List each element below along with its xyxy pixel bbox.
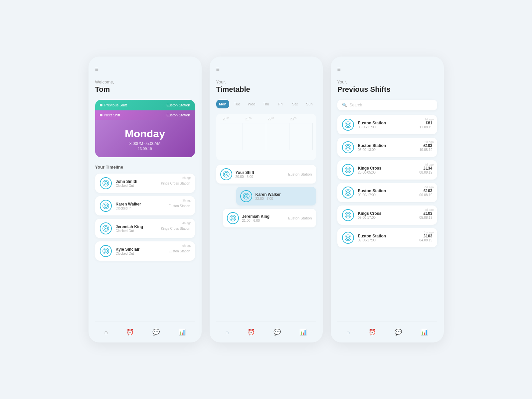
- shift-ago: 1w ago: [424, 231, 434, 234]
- svg-point-5: [105, 205, 106, 206]
- jeremiah-info: Jeremiah King 21:00 - 6:00: [242, 214, 270, 222]
- shift-station: Kings Cross: [358, 211, 416, 216]
- timeline-item: Jeremiah King Clocked Out Kings Cross St…: [95, 219, 195, 238]
- next-shift-label: Next Shift: [104, 113, 120, 117]
- svg-point-17: [246, 196, 247, 197]
- time-label: 2300: [290, 117, 313, 121]
- svg-point-29: [347, 169, 349, 171]
- shift-avatar: [342, 232, 354, 244]
- nav-schedule-icon-2[interactable]: ⏰: [248, 329, 255, 336]
- shift-time-range: 05:00-11:00: [358, 125, 416, 129]
- day-btn-thu[interactable]: Thu: [260, 100, 272, 108]
- nav-chat-icon-2[interactable]: 💬: [273, 329, 281, 336]
- shift-station: Euston Station: [358, 234, 416, 238]
- user-name: Tom: [95, 85, 195, 94]
- shift-pay: £103: [420, 211, 433, 216]
- nav-schedule-icon-3[interactable]: ⏰: [369, 329, 376, 336]
- timeline-location: Kings Cross Station: [161, 182, 190, 185]
- jeremiah-shift-block: Jeremiah King 21:00 - 6:00 Euston Statio…: [223, 209, 316, 227]
- day-btn-sun[interactable]: Sun: [303, 100, 316, 108]
- nav-schedule-icon[interactable]: ⏰: [126, 329, 134, 336]
- your-shift-time: 20:00 - 5:00: [236, 175, 254, 179]
- jeremiah-name: Jeremiah King: [242, 214, 270, 219]
- day-btn-mon[interactable]: Mon: [216, 100, 229, 108]
- nav-home-icon[interactable]: ⌂: [104, 329, 108, 336]
- timeline-status: Clocked Out: [116, 252, 165, 255]
- shift-row: Euston Station 05:00-11:00 £81 11.08.19 …: [337, 115, 437, 134]
- svg-point-8: [105, 228, 106, 229]
- timeline-avatar: [100, 200, 112, 212]
- timeline-info: Jeremiah King Clocked Out: [116, 224, 157, 233]
- shift-row: Euston Station 09:00-17:00 £103 06.08.19…: [337, 183, 437, 202]
- svg-point-38: [347, 237, 349, 238]
- shift-row-info: Euston Station 09:00-17:00: [358, 234, 416, 242]
- your-shift-name: Your Shift: [236, 170, 254, 175]
- menu-icon-3[interactable]: ≡: [337, 66, 437, 73]
- svg-point-2: [105, 183, 106, 184]
- timeline-person-name: Karen Walker: [116, 202, 165, 206]
- shift-row-info: Euston Station 05:00-13:00: [358, 143, 416, 152]
- prev-shifts-list: Euston Station 05:00-11:00 £81 11.08.19 …: [337, 115, 437, 247]
- next-shift-row: Next Shift Euston Station: [95, 110, 195, 120]
- menu-icon-2[interactable]: ≡: [216, 66, 316, 73]
- shift-row: Euston Station 05:00-13:00 £103 10.08.19…: [337, 138, 437, 157]
- timeline-item: John Smith Clocked Out Kings Cross Stati…: [95, 174, 195, 193]
- timeline-avatar: [100, 222, 112, 234]
- nav-home-icon-3[interactable]: ⌂: [346, 329, 350, 336]
- shift-time-range: 09:00-17:00: [358, 238, 416, 242]
- nav-stats-icon[interactable]: 📊: [178, 329, 186, 336]
- shift-row-info: Kings Cross 20:00-05:00: [358, 166, 416, 174]
- your-shift-info: Your Shift 20:00 - 5:00: [236, 170, 254, 179]
- shift-date: 08.08.19: [420, 171, 433, 174]
- shift-avatar: [342, 209, 354, 221]
- shift-row-right: £103 10.08.19: [420, 143, 433, 152]
- timetable-grid: 2000210022002300: [216, 114, 316, 160]
- search-bar[interactable]: 🔍 Search: [337, 100, 437, 110]
- shift-date: 04.08.19: [420, 238, 433, 242]
- shift-ago: 6d ago: [425, 186, 434, 189]
- shift-date: 13.09.19: [100, 147, 190, 151]
- shift-row-right: £103 06.08.19: [420, 189, 433, 197]
- shift-pay: £103: [420, 189, 433, 193]
- shift-time-range: 09:00-17:00: [358, 216, 416, 219]
- nav-chat-icon-3[interactable]: 💬: [395, 329, 402, 336]
- your-shift-avatar: [220, 168, 232, 180]
- nav-stats-icon-3[interactable]: 📊: [421, 329, 428, 336]
- timeline-list: John Smith Clocked Out Kings Cross Stati…: [95, 174, 195, 261]
- shift-row-right: £134 08.08.19: [420, 166, 433, 174]
- day-btn-fri[interactable]: Fri: [274, 100, 287, 108]
- svg-point-35: [347, 214, 349, 216]
- bottom-nav-1: ⌂ ⏰ 💬 📊: [95, 322, 195, 336]
- shift-day: Monday: [100, 128, 190, 140]
- timetable-subtitle: Your,: [216, 79, 316, 84]
- day-btn-tue[interactable]: Tue: [231, 100, 244, 108]
- shift-avatar: [342, 187, 354, 199]
- screen-timetable: ≡ Your, Timetable MonTueWedThuFriSatSun …: [210, 57, 323, 342]
- timeline-ago: 2h ago: [182, 176, 192, 180]
- shift-ago: 7d ago: [425, 208, 434, 211]
- timeline-location: Euston Station: [168, 204, 190, 208]
- nav-stats-icon-2[interactable]: 📊: [299, 329, 307, 336]
- menu-icon[interactable]: ≡: [95, 66, 195, 73]
- nav-home-icon-2[interactable]: ⌂: [225, 329, 229, 336]
- shift-station: Euston Station: [358, 121, 416, 125]
- timeline-location: Kings Cross Station: [161, 227, 190, 230]
- prev-shifts-title: Previous Shifts: [337, 85, 437, 94]
- svg-point-14: [226, 174, 227, 175]
- timeline-ago: 5h ago: [182, 244, 192, 247]
- jeremiah-location: Euston Station: [288, 216, 312, 220]
- shift-row: Kings Cross 09:00-17:00 £103 05.08.19 7d…: [337, 205, 437, 225]
- timeline-info: Kyle Sinclair Clocked Out: [116, 247, 165, 255]
- shift-date: 05.08.19: [420, 216, 433, 219]
- timeline-info: Karen Walker Clocked In: [116, 202, 165, 210]
- day-btn-wed[interactable]: Wed: [245, 100, 258, 108]
- timeline-person-name: John Smith: [116, 179, 157, 184]
- jeremiah-avatar: [227, 212, 239, 224]
- timeline-person-name: Kyle Sinclair: [116, 247, 165, 252]
- day-btn-sat[interactable]: Sat: [288, 100, 301, 108]
- screen-home: ≡ Welcome, Tom Previous Shift Euston Sta…: [89, 57, 202, 342]
- search-icon: 🔍: [342, 103, 347, 107]
- shift-row-info: Kings Cross 09:00-17:00: [358, 211, 416, 219]
- nav-chat-icon[interactable]: 💬: [152, 329, 160, 336]
- prev-shift-row: Previous Shift Euston Station: [95, 100, 195, 110]
